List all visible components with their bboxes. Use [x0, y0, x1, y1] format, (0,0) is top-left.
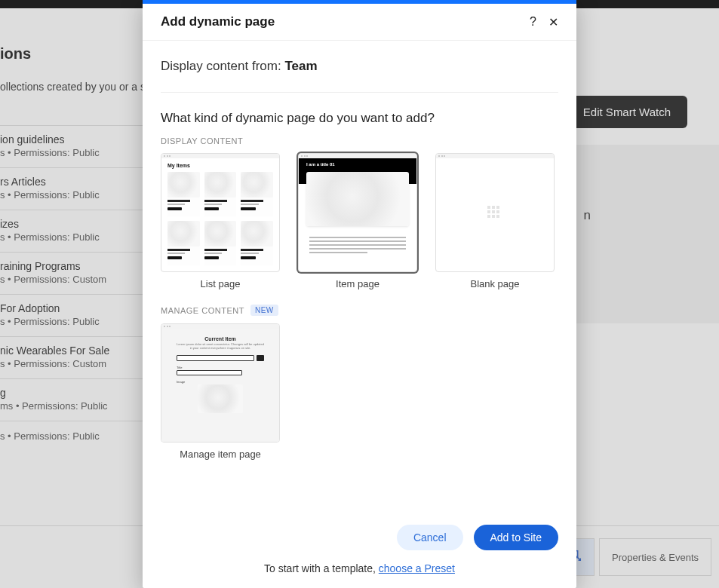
dynamic-page-question: What kind of dynamic page do you want to… [161, 111, 558, 126]
modal-footer: Cancel Add to Site [143, 513, 576, 562]
help-icon[interactable]: ? [530, 15, 536, 29]
display-from-label: Display content from: [161, 59, 284, 73]
list-page-thumbnail[interactable]: My Items [161, 153, 280, 272]
blank-page-thumbnail[interactable] [435, 153, 555, 272]
thumb-item-title: I am a title 01 [306, 162, 335, 167]
item-page-thumbnail[interactable]: I am a title 01 [298, 153, 417, 272]
card-label: Blank page [435, 278, 555, 289]
add-to-site-button[interactable]: Add to Site [474, 525, 559, 550]
manage-item-page-thumbnail[interactable]: Current Item Lorem ipsum dolor sit amet … [161, 323, 280, 443]
modal-title: Add dynamic page [161, 14, 275, 29]
hint-prefix: To start with a template, [264, 562, 379, 574]
modal-hint: To start with a template, choose a Prese… [143, 562, 576, 588]
card-list-page[interactable]: My Items List page [161, 153, 280, 289]
section-manage-content: MANAGE CONTENT NEW [161, 305, 558, 316]
display-from-value: Team [284, 59, 317, 73]
thumb-manage-title: Current Item [177, 336, 264, 341]
section-display-content: DISPLAY CONTENT [161, 136, 558, 145]
thumb-field-label-title: Title [177, 366, 264, 369]
section-manage-label: MANAGE CONTENT [161, 306, 244, 315]
display-content-from: Display content from: Team [161, 59, 558, 74]
new-badge: NEW [250, 305, 278, 316]
card-item-page[interactable]: I am a title 01 Item page [298, 153, 417, 289]
divider [161, 92, 558, 93]
card-label: List page [161, 278, 280, 289]
modal-header: Add dynamic page ? ✕ [143, 4, 576, 41]
card-label: Manage item page [161, 449, 280, 460]
cancel-button[interactable]: Cancel [397, 525, 463, 550]
thumb-list-title: My Items [167, 163, 190, 168]
thumb-field-label-image: Image [177, 380, 264, 384]
card-blank-page[interactable]: Blank page [435, 153, 555, 289]
add-dynamic-page-modal: Add dynamic page ? ✕ Display content fro… [143, 0, 576, 588]
choose-preset-link[interactable]: choose a Preset [379, 562, 455, 574]
card-label: Item page [298, 278, 417, 289]
card-manage-item-page[interactable]: Current Item Lorem ipsum dolor sit amet … [161, 323, 280, 460]
close-icon[interactable]: ✕ [548, 15, 558, 29]
